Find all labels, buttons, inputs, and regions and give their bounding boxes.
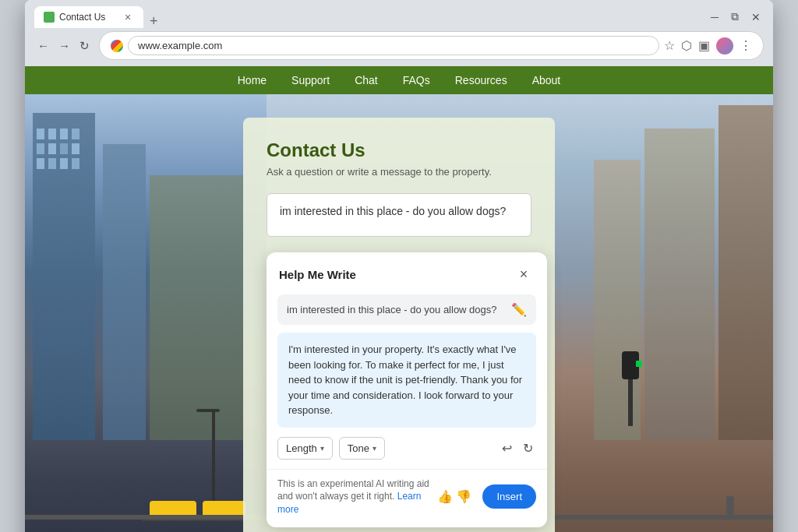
message-input[interactable]: im interested in this place - do you all… — [267, 193, 531, 237]
insert-button[interactable]: Insert — [482, 484, 536, 509]
popup-input-text: im interested in this place - do you all… — [287, 304, 511, 315]
help-me-write-popup: Help Me Write × im interested in this pl… — [267, 252, 547, 527]
contact-card: Contact Us Ask a question or write a mes… — [243, 118, 555, 532]
nav-resources[interactable]: Resources — [455, 74, 507, 86]
nav-menu: Home Support Chat FAQs Resources About — [25, 74, 773, 86]
thumbs-up-button[interactable]: 👍 — [437, 489, 453, 504]
minimize-button[interactable]: ─ — [708, 9, 722, 25]
popup-close-button[interactable]: × — [513, 263, 535, 285]
website-content: Home Support Chat FAQs Resources About C… — [25, 66, 773, 532]
menu-icon[interactable]: ⋮ — [740, 38, 752, 53]
tab-close-button[interactable]: × — [122, 11, 134, 23]
forward-button[interactable]: → — [55, 37, 73, 54]
nav-chat[interactable]: Chat — [355, 74, 378, 86]
length-chevron-icon: ▾ — [320, 444, 324, 453]
thumbs-down-button[interactable]: 👎 — [456, 489, 471, 504]
tone-label: Tone — [348, 442, 369, 454]
footer-disclaimer-text: This is an experimental AI writing aid a… — [277, 477, 431, 516]
feedback-buttons: 👍 👎 — [437, 489, 471, 504]
reload-button[interactable]: ↻ — [76, 37, 93, 55]
undo-redo-area: ↩ ↻ — [499, 438, 536, 459]
address-bar-wrapper: ← → ↻ ☆ ⬡ ▣ ⋮ — [25, 28, 773, 66]
url-input[interactable] — [128, 36, 659, 55]
pencil-icon[interactable]: ✏️ — [511, 302, 527, 317]
length-label: Length — [286, 442, 317, 454]
maximize-button[interactable]: ⧉ — [728, 9, 742, 25]
nav-controls: ← → ↻ — [34, 37, 93, 55]
nav-support[interactable]: Support — [291, 74, 330, 86]
length-dropdown[interactable]: Length ▾ — [277, 437, 333, 460]
browser-window: Contact Us × + ─ ⧉ ✕ ← → ↻ ☆ — [25, 0, 773, 532]
tone-chevron-icon: ▾ — [373, 444, 376, 453]
nav-about[interactable]: About — [532, 74, 561, 86]
tab-favicon — [44, 12, 55, 23]
tone-dropdown[interactable]: Tone ▾ — [339, 437, 385, 460]
window-actions: ─ ⧉ ✕ — [708, 9, 764, 28]
main-content: Contact Us Ask a question or write a mes… — [25, 94, 773, 532]
popup-input-area: im interested in this place - do you all… — [277, 294, 536, 325]
tab-title: Contact Us — [59, 12, 117, 23]
popup-footer: This is an experimental AI writing aid a… — [267, 469, 547, 527]
redo-button[interactable]: ↻ — [520, 438, 536, 459]
page-title: Contact Us — [267, 139, 531, 161]
back-button[interactable]: ← — [34, 37, 52, 54]
share-icon[interactable]: ⬡ — [681, 38, 692, 53]
popup-title: Help Me Write — [279, 268, 356, 281]
undo-button[interactable]: ↩ — [499, 438, 515, 459]
google-icon — [111, 40, 123, 52]
nav-faqs[interactable]: FAQs — [403, 74, 430, 86]
nav-home[interactable]: Home — [238, 74, 267, 86]
browser-chrome: Contact Us × + ─ ⧉ ✕ — [25, 0, 773, 28]
page-subtitle: Ask a question or write a message to the… — [267, 166, 531, 178]
green-nav: Home Support Chat FAQs Resources About — [25, 66, 773, 94]
popup-header: Help Me Write × — [267, 252, 547, 294]
close-window-button[interactable]: ✕ — [748, 9, 764, 25]
popup-controls: Length ▾ Tone ▾ ↩ ↻ — [277, 437, 536, 460]
tab-capture-icon[interactable]: ▣ — [698, 38, 710, 53]
bookmark-icon[interactable]: ☆ — [664, 38, 675, 53]
avatar[interactable] — [716, 37, 733, 55]
popup-suggestion: I'm interested in your property. It's ex… — [277, 333, 536, 428]
active-tab[interactable]: Contact Us × — [34, 6, 143, 28]
new-tab-button[interactable]: + — [143, 14, 164, 28]
address-actions: ☆ ⬡ ▣ ⋮ — [664, 37, 752, 55]
